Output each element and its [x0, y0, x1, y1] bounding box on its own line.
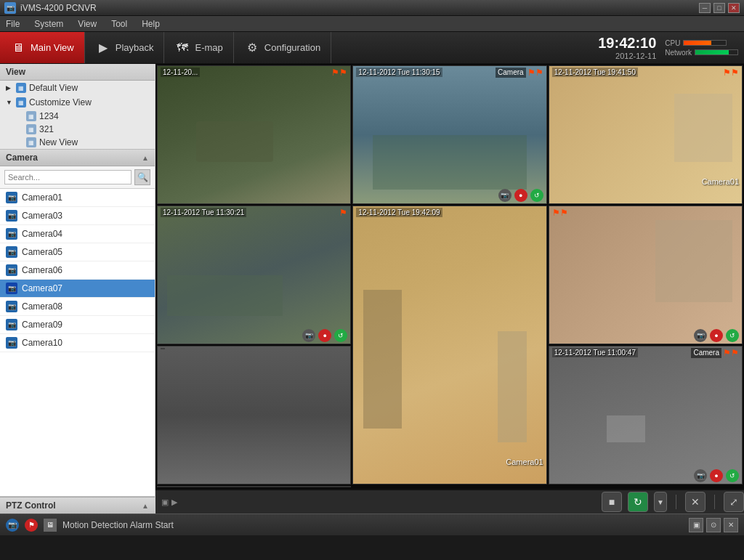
refresh-button[interactable]: ↻: [628, 492, 648, 512]
view-header: View: [0, 64, 155, 81]
separator-2: [714, 495, 715, 509]
sub-view-1234[interactable]: ▦ 1234: [20, 110, 155, 123]
customize-icon: ▦: [16, 97, 26, 107]
customize-view-item[interactable]: ▼ ▦ Customize View: [0, 95, 155, 110]
view-icon: ▦: [16, 83, 26, 93]
camera-name-08: Camera08: [22, 301, 62, 312]
video-cell-3[interactable]: 12-11-2012 Tue 19:41:50 ⚑⚑ Camera01: [549, 65, 743, 204]
network-label: Network: [665, 49, 692, 57]
camera-name-06: Camera06: [22, 265, 62, 275]
camera-item-03[interactable]: 📷 Camera03: [0, 207, 155, 225]
camera-panel-header: Camera ▲: [0, 150, 155, 166]
bottom-toolbar: ▣ ▶ ■ ↻ ▼ ✕ ⤢: [155, 489, 744, 514]
clock-area: 19:42:10 2012-12-11 CPU Network: [598, 35, 744, 60]
separator-1: [676, 495, 676, 509]
menu-system[interactable]: System: [31, 17, 66, 31]
video-cell-1[interactable]: 12-11-20... ⚑⚑: [157, 65, 351, 204]
camera-name-05: Camera05: [22, 247, 62, 257]
camera-item-01[interactable]: 📷 Camera01: [0, 189, 155, 207]
video-cell-6[interactable]: ⚑⚑ 📷 ● ↺: [549, 206, 743, 344]
expand-arrow: ▶: [6, 84, 13, 92]
close-button[interactable]: ✕: [728, 3, 740, 13]
cpu-meter: [683, 40, 727, 46]
camera-chevron-icon: ▲: [142, 154, 149, 162]
status-text: Motion Detection Alarm Start: [62, 520, 683, 530]
ptz-panel[interactable]: PTZ Control ▲: [0, 497, 155, 514]
emap-label: E-map: [195, 42, 222, 53]
camera-item-05[interactable]: 📷 Camera05: [0, 243, 155, 261]
playback-label: Playback: [116, 42, 154, 53]
search-input[interactable]: [4, 170, 132, 184]
clock-date: 2012-12-11: [598, 52, 656, 60]
camera-icon-10: 📷: [6, 337, 17, 349]
video-cell-7[interactable]: [157, 346, 351, 484]
camera-item-09[interactable]: 📷 Camera09: [0, 316, 155, 334]
playback-icon: ▶: [95, 40, 111, 56]
status-btn-2[interactable]: ⊙: [706, 518, 721, 532]
maximize-button[interactable]: □: [713, 3, 725, 13]
default-view-label: Default View: [29, 83, 78, 93]
main-view-icon: 🖥: [10, 40, 26, 56]
camera-name-07: Camera07: [22, 283, 62, 293]
sub-views: ▦ 1234 ▦ 321 ▦ New View: [0, 110, 155, 149]
close-stream-button[interactable]: ✕: [685, 492, 705, 512]
playback-button[interactable]: ▶ Playback: [85, 32, 165, 63]
stop-button[interactable]: ■: [602, 492, 622, 512]
camera-item-08[interactable]: 📷 Camera08: [0, 298, 155, 316]
status-btn-3[interactable]: ✕: [724, 518, 738, 532]
emap-button[interactable]: 🗺 E-map: [164, 32, 233, 63]
emap-icon: 🗺: [174, 40, 190, 56]
default-view-item[interactable]: ▶ ▦ Default View: [0, 81, 155, 95]
status-camera-icon: 📷: [6, 519, 19, 532]
status-alarm-icon: ⚑: [25, 519, 38, 532]
monitor-display: ▣ ▶: [155, 498, 177, 507]
camera-panel: Camera ▲ 🔍 📷 Camera01 📷 Camera03 📷 Cam: [0, 150, 155, 497]
camera-icon-03: 📷: [6, 210, 17, 222]
menu-view[interactable]: View: [75, 17, 100, 31]
video-cell-center[interactable]: 12-11-2012 Tue 19:42:09 Camera01: [352, 206, 546, 484]
monitor-arrow[interactable]: ▶: [171, 498, 177, 507]
camera-name-03: Camera03: [22, 211, 62, 221]
dropdown-button[interactable]: ▼: [654, 492, 667, 512]
camera-icon-01: 📷: [6, 192, 17, 203]
status-right-buttons: ▣ ⊙ ✕: [689, 518, 738, 532]
minimize-button[interactable]: ─: [699, 3, 711, 13]
video-cell-2[interactable]: 12-11-2012 Tue 11:30:15 Camera ⚑⚑ 📷 ● ↺: [352, 65, 546, 204]
camera-icon-09: 📷: [6, 319, 17, 330]
camera-name-04: Camera04: [22, 229, 62, 239]
status-btn-1[interactable]: ▣: [689, 518, 703, 532]
fullscreen-button[interactable]: ⤢: [724, 492, 744, 512]
app-icon: 📷: [4, 2, 16, 14]
camera-item-07[interactable]: 📷 Camera07: [0, 280, 155, 298]
sub-view-321-label: 321: [39, 124, 54, 134]
statusbar: 📷 ⚑ 🖥 Motion Detection Alarm Start ▣ ⊙ ✕: [0, 514, 744, 535]
ptz-chevron-icon: ▲: [142, 502, 149, 510]
video-cell-9[interactable]: ⚑⚑ 📷 ● ↺: [157, 486, 351, 487]
camera-icon-05: 📷: [6, 246, 17, 258]
content-area: View ▶ ▦ Default View ▼ ▦ Customize View…: [0, 64, 744, 514]
main-view-button[interactable]: 🖥 Main View: [0, 32, 85, 63]
menubar: File System View Tool Help: [0, 16, 744, 32]
camera-item-10[interactable]: 📷 Camera10: [0, 334, 155, 352]
cpu-label: CPU: [665, 39, 680, 47]
sub-view-icon-3: ▦: [26, 137, 36, 147]
titlebar: 📷 iVMS-4200 PCNVR ─ □ ✕: [0, 0, 744, 16]
video-cell-8[interactable]: 12-11-2012 Tue 11:00:47 Camera ⚑⚑ 📷 ● ↺: [549, 346, 743, 484]
main-view-label: Main View: [31, 42, 74, 53]
camera-icon-07: 📷: [6, 283, 17, 294]
sub-view-1234-label: 1234: [39, 111, 59, 121]
customize-view-label: Customize View: [29, 97, 92, 107]
sub-view-new[interactable]: ▦ New View: [20, 136, 155, 149]
camera-item-06[interactable]: 📷 Camera06: [0, 261, 155, 280]
video-cell-4[interactable]: 12-11-2012 Tue 11:30:21 ⚑ 📷 ● ↺: [157, 206, 351, 344]
sub-view-321[interactable]: ▦ 321: [20, 123, 155, 136]
search-button[interactable]: 🔍: [134, 169, 150, 185]
video-grid: 12-11-20... ⚑⚑ 12-11-2012 Tue 11:30:15: [155, 64, 744, 489]
network-meter: [695, 49, 738, 55]
configuration-button[interactable]: ⚙ Configuration: [234, 32, 331, 63]
menu-help[interactable]: Help: [139, 17, 163, 31]
camera-icon-06: 📷: [6, 264, 17, 276]
camera-item-04[interactable]: 📷 Camera04: [0, 225, 155, 243]
menu-file[interactable]: File: [3, 17, 23, 31]
menu-tool[interactable]: Tool: [108, 17, 130, 31]
